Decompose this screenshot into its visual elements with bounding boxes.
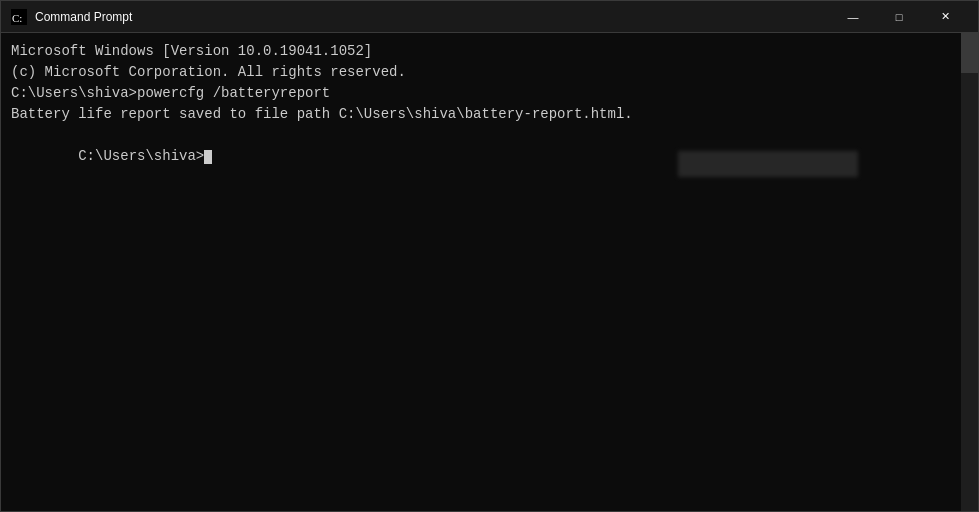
window-controls: — □ ✕	[830, 1, 968, 33]
close-button[interactable]: ✕	[922, 1, 968, 33]
terminal-line-1: Microsoft Windows [Version 10.0.19041.10…	[11, 41, 951, 62]
terminal-line-2: (c) Microsoft Corporation. All rights re…	[11, 62, 951, 83]
current-prompt: C:\Users\shiva>	[78, 148, 204, 164]
scrollbar-track[interactable]	[961, 33, 978, 511]
content-area: Microsoft Windows [Version 10.0.19041.10…	[1, 33, 978, 511]
blurred-overlay	[678, 151, 858, 177]
maximize-button[interactable]: □	[876, 1, 922, 33]
scrollbar[interactable]	[961, 33, 978, 511]
svg-text:C:: C:	[12, 12, 22, 24]
terminal-output[interactable]: Microsoft Windows [Version 10.0.19041.10…	[1, 33, 961, 511]
title-bar: C: Command Prompt — □ ✕	[1, 1, 978, 33]
window-title: Command Prompt	[35, 10, 830, 24]
cmd-icon: C:	[11, 9, 27, 25]
terminal-line-5: Battery life report saved to file path C…	[11, 104, 951, 125]
minimize-button[interactable]: —	[830, 1, 876, 33]
cmd-window: C: Command Prompt — □ ✕ Microsoft Window…	[0, 0, 979, 512]
terminal-line-4: C:\Users\shiva>powercfg /batteryreport	[11, 83, 951, 104]
cursor	[204, 150, 212, 164]
scrollbar-thumb[interactable]	[961, 33, 978, 73]
